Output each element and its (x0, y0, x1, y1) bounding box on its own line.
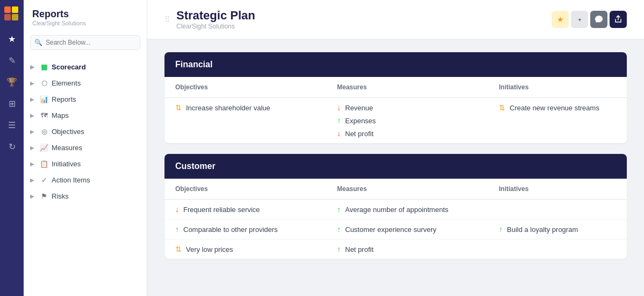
table-row: ⇅ Very low prices ↑ Net profit (164, 239, 627, 259)
search-input[interactable] (30, 35, 140, 50)
sidebar-search-container: 🔍 (30, 35, 140, 50)
share-button[interactable] (610, 11, 627, 28)
sidebar-label-reports: Reports (52, 95, 140, 103)
page-header-left: ⠿ Strategic Plan ClearSight Solutions (164, 9, 255, 30)
cell-content: ↓ Frequent reliable service (175, 205, 316, 214)
reports-icon: 📊 (40, 95, 48, 103)
customer-objective-cell-2: ↑ Comparable to other providers (164, 220, 326, 239)
sidebar-item-initiatives[interactable]: ▶ 📋 Initiatives (24, 156, 147, 172)
sidebar-item-action-items[interactable]: ▶ ✓ Action Items (24, 172, 147, 188)
updown-arrow-icon: ⇅ (175, 103, 182, 112)
risks-icon: ⚑ (40, 192, 48, 200)
refresh-nav-icon[interactable]: ↻ (3, 138, 20, 155)
customer-section: Customer Objectives Measures Initiatives (164, 154, 627, 259)
down-arrow-icon: ↓ (337, 103, 341, 112)
trophy-nav-icon[interactable]: 🏆 (3, 73, 20, 90)
chevron-icon: ▶ (30, 161, 37, 167)
financial-initiatives-header: Initiatives (488, 77, 627, 98)
chevron-icon: ▶ (30, 193, 37, 199)
star-nav-icon[interactable]: ★ (3, 30, 20, 47)
customer-table: Objectives Measures Initiatives ↓ Freque… (164, 179, 627, 259)
app-logo (4, 6, 19, 22)
page-header-actions: ★ ▾ (552, 11, 627, 28)
chat-button[interactable] (590, 11, 607, 28)
measure-text: Net profit (345, 130, 374, 138)
financial-measures-cell: ↓ Revenue ↑ Expenses ↓ Net profit (326, 98, 488, 144)
sidebar-label-elements: Elements (52, 79, 140, 87)
sidebar-item-elements[interactable]: ▶ ⬡ Elements (24, 75, 147, 91)
sidebar-label-initiatives: Initiatives (52, 160, 140, 168)
action-items-icon: ✓ (40, 175, 48, 184)
initiatives-icon: 📋 (40, 159, 48, 168)
financial-section-header: Financial (164, 52, 627, 77)
up-arrow-icon: ↑ (337, 245, 341, 253)
page-header: ⠿ Strategic Plan ClearSight Solutions ★ … (147, 0, 644, 39)
customer-measures-cell-2: ↑ Customer experience survery (326, 220, 488, 239)
updown-arrow-icon: ⇅ (175, 245, 182, 253)
main-content: ⠿ Strategic Plan ClearSight Solutions ★ … (147, 0, 644, 296)
sidebar-item-maps[interactable]: ▶ 🗺 Maps (24, 107, 147, 123)
page-title-block: Strategic Plan ClearSight Solutions (176, 9, 255, 30)
sidebar-item-risks[interactable]: ▶ ⚑ Risks (24, 188, 147, 204)
initiative-text: Build a loyalty program (507, 225, 578, 234)
sidebar-label-risks: Risks (52, 192, 140, 200)
chevron-icon: ▶ (30, 129, 37, 135)
initiative-text: Create new revenue streams (510, 104, 599, 112)
customer-initiatives-cell-3 (488, 239, 627, 259)
financial-table: Objectives Measures Initiatives ⇅ Increa… (164, 77, 627, 143)
svg-rect-3 (12, 14, 18, 20)
cell-content: ↓ Net profit (337, 129, 477, 138)
dropdown-button[interactable]: ▾ (571, 11, 588, 28)
measure-text: Customer experience survery (345, 225, 437, 234)
chevron-icon: ▶ (30, 80, 37, 86)
sidebar-label-action-items: Action Items (52, 176, 140, 184)
sidebar-item-reports[interactable]: ▶ 📊 Reports (24, 91, 147, 107)
customer-section-title: Customer (175, 161, 616, 171)
up-arrow-icon: ↑ (175, 225, 179, 234)
table-row: ↓ Frequent reliable service ↑ Average nu… (164, 200, 627, 220)
financial-section-title: Financial (175, 60, 616, 69)
sidebar-title: Reports (32, 9, 138, 20)
sidebar-item-objectives[interactable]: ▶ ◎ Objectives (24, 123, 147, 139)
customer-measures-cell-1: ↑ Average number of appointments (326, 200, 488, 220)
objective-text: Comparable to other providers (183, 225, 278, 234)
pencil-nav-icon[interactable]: ✎ (3, 52, 20, 69)
sidebar-item-scorecard[interactable]: ▶ ▦ Scorecard (24, 59, 147, 75)
elements-icon: ⬡ (40, 79, 48, 87)
customer-objectives-header: Objectives (164, 179, 326, 200)
down-arrow-icon: ↓ (337, 129, 341, 138)
up-arrow-icon: ↑ (337, 205, 341, 214)
customer-objective-cell-3: ⇅ Very low prices (164, 239, 326, 259)
document-nav-icon[interactable]: ☰ (3, 116, 20, 133)
customer-objective-cell-1: ↓ Frequent reliable service (164, 200, 326, 220)
star-button[interactable]: ★ (552, 11, 569, 28)
sidebar: Reports ClearSight Solutions 🔍 ▶ ▦ Score… (24, 0, 147, 296)
cell-content: ⇅ Very low prices (175, 245, 316, 253)
sidebar-item-measures[interactable]: ▶ 📈 Measures (24, 139, 147, 156)
measure-text: Average number of appointments (345, 206, 448, 214)
customer-measures-header: Measures (326, 179, 488, 200)
grid-nav-icon[interactable]: ⊞ (3, 95, 20, 112)
chevron-icon: ▶ (30, 112, 37, 118)
objective-text: Frequent reliable service (183, 206, 260, 214)
page-title: Strategic Plan (176, 9, 255, 23)
cell-content: ⇅ Increase shareholder value (175, 103, 316, 112)
financial-section-body: Objectives Measures Initiatives ⇅ Increa… (164, 77, 627, 143)
customer-measures-cell-3: ↑ Net profit (326, 239, 488, 259)
cell-content: ↑ Average number of appointments (337, 205, 477, 214)
financial-section: Financial Objectives Measures Initiative… (164, 52, 627, 143)
cell-content: ↑ Build a loyalty program (499, 225, 616, 234)
maps-icon: 🗺 (40, 111, 48, 119)
financial-measures-header: Measures (326, 77, 488, 98)
objective-text: Very low prices (186, 245, 233, 253)
measure-text: Net profit (345, 245, 374, 253)
customer-section-header: Customer (164, 154, 627, 179)
measure-text: Expenses (345, 117, 376, 125)
sidebar-subtitle: ClearSight Solutions (32, 20, 138, 26)
up-arrow-icon: ↑ (499, 225, 503, 234)
page-subtitle: ClearSight Solutions (176, 23, 255, 30)
chevron-icon: ▶ (30, 177, 37, 183)
customer-section-body: Objectives Measures Initiatives ↓ Freque… (164, 179, 627, 259)
drag-handle-icon[interactable]: ⠿ (164, 15, 170, 24)
content-area: Financial Objectives Measures Initiative… (147, 39, 644, 283)
